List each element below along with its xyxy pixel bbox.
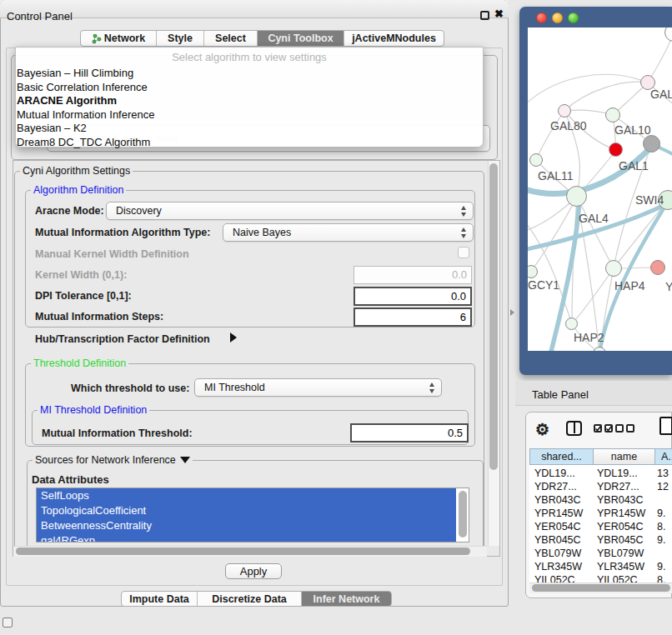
list-item-betweennesscentrality[interactable]: BetweennessCentrality xyxy=(37,518,456,533)
cell[interactable]: 13 xyxy=(657,468,669,479)
cell[interactable]: YIL052C xyxy=(534,574,575,582)
network-canvas[interactable]: GAL7 GAL80 GAL10 GAL1 GAL11 SWI4 GAL4 GC… xyxy=(528,28,672,351)
node-label-gal10: GAL10 xyxy=(614,123,651,137)
cell[interactable]: YDR27... xyxy=(597,481,639,492)
close-window-icon[interactable]: ✖ xyxy=(494,8,504,20)
node-label-hap4: HAP4 xyxy=(614,279,645,292)
list-item-topologicalcoefficient[interactable]: TopologicalCoefficient xyxy=(37,503,456,518)
table-hscrollbar-thumb[interactable] xyxy=(532,584,670,592)
node-hap2[interactable] xyxy=(565,318,578,330)
hub-definition-label: Hub/Transcription Factor Definition xyxy=(35,333,210,345)
dropdown-item-dream8[interactable]: Dream8 DC_TDC Algorithm xyxy=(17,136,150,148)
tab-infer-network[interactable]: Infer Network xyxy=(302,592,391,606)
tab-jactivemnodules[interactable]: jActiveMNodules xyxy=(344,31,444,46)
deselect-all-icon[interactable] xyxy=(615,424,634,432)
dropdown-item-bayesian-hill[interactable]: Bayesian – Hill Climbing xyxy=(17,67,133,79)
mi-type-combo[interactable]: Naive Bayes xyxy=(223,223,474,242)
tab-discretize-data[interactable]: Discretize Data xyxy=(198,592,302,606)
column-header-shared[interactable]: shared... xyxy=(529,448,594,465)
dropdown-placeholder: Select algorithm to view settings xyxy=(16,51,483,63)
kernel-width-field[interactable]: 0.0 xyxy=(354,266,472,284)
collapsed-panel-icon[interactable] xyxy=(3,618,13,628)
cell[interactable]: 8. xyxy=(657,521,665,532)
mac-zoom-icon[interactable] xyxy=(568,12,579,23)
cell[interactable]: YLR345W xyxy=(597,561,644,572)
cell[interactable]: 9. xyxy=(657,508,665,519)
node-label-gal7: GAL7 xyxy=(650,88,672,101)
cell[interactable]: 9. xyxy=(657,534,665,546)
mi-threshold-field[interactable]: 0.5 xyxy=(350,423,469,442)
data-attributes-list[interactable]: SelfLoops TopologicalCoefficient Between… xyxy=(36,488,469,542)
cell[interactable]: YBR043C xyxy=(534,494,581,506)
tab-style[interactable]: Style xyxy=(157,31,204,46)
cell[interactable]: YBR045C xyxy=(534,534,581,546)
cell[interactable]: YDL19... xyxy=(534,468,575,479)
dropdown-item-bayesian-k2[interactable]: Bayesian – K2 xyxy=(17,122,87,134)
mi-threshold-label: Mutual Information Threshold: xyxy=(42,428,193,439)
node-gal10[interactable] xyxy=(605,108,620,122)
tab-cyni-toolbox[interactable]: Cyni Toolbox xyxy=(258,31,344,46)
node-label-gal1: GAL1 xyxy=(619,159,649,172)
cell[interactable]: YER054C xyxy=(534,521,581,532)
cell[interactable]: 12 xyxy=(657,481,669,492)
column-header-name[interactable]: name xyxy=(594,448,655,465)
node-gal4[interactable] xyxy=(566,186,587,207)
cell[interactable]: 8. xyxy=(657,574,665,582)
mac-close-icon[interactable] xyxy=(536,12,547,23)
aracne-mode-combo[interactable]: Discovery xyxy=(106,202,474,220)
node-hap4[interactable] xyxy=(605,260,622,277)
mi-steps-label: Mutual Information Steps: xyxy=(35,311,163,322)
dropdown-item-basic-correlation[interactable]: Basic Correlation Inference xyxy=(17,81,148,93)
dropdown-item-mutual-information[interactable]: Mutual Information Inference xyxy=(17,108,154,121)
node-label-gal11: GAL11 xyxy=(538,169,574,182)
column-layout-icon[interactable] xyxy=(566,421,582,436)
manual-kernel-checkbox[interactable] xyxy=(458,247,469,258)
cell[interactable]: YPR145W xyxy=(534,508,583,519)
dropdown-item-aracne[interactable]: ARACNE Algorithm xyxy=(17,94,117,107)
cell[interactable]: 9. xyxy=(657,561,665,572)
collapse-arrow-icon[interactable] xyxy=(180,457,190,463)
cell[interactable]: YBR043C xyxy=(597,494,644,506)
settings-vscrollbar-thumb[interactable] xyxy=(489,163,498,470)
control-panel-title: Control Panel xyxy=(7,10,73,22)
table-panel-title: Table Panel xyxy=(532,388,589,401)
cell[interactable]: YBR045C xyxy=(597,534,644,546)
mac-minimize-icon[interactable] xyxy=(552,12,563,23)
splitter-collapse-icon[interactable] xyxy=(510,309,514,316)
column-header-a[interactable]: A... xyxy=(655,448,672,465)
apply-button[interactable]: Apply xyxy=(225,563,282,579)
node-gal11[interactable] xyxy=(529,153,543,167)
dpi-tolerance-field[interactable]: 0.0 xyxy=(354,287,472,306)
kernel-width-label: Kernel Width (0,1): xyxy=(35,269,127,281)
settings-hscrollbar-thumb[interactable] xyxy=(16,548,470,555)
node-gal80[interactable] xyxy=(558,104,571,118)
list-item-gal4rgexp[interactable]: gal4RGexp xyxy=(37,533,456,542)
cell[interactable]: YDR27... xyxy=(534,481,577,492)
table-settings-gear-icon[interactable]: ⚙ xyxy=(535,420,549,439)
select-all-icon[interactable] xyxy=(594,424,613,432)
list-vscrollbar-thumb[interactable] xyxy=(459,491,467,538)
expand-arrow-icon[interactable] xyxy=(230,332,237,342)
float-window-icon[interactable] xyxy=(480,11,489,20)
tab-select[interactable]: Select xyxy=(204,31,258,46)
tab-impute-data[interactable]: Impute Data xyxy=(122,592,198,606)
list-item-selfloops[interactable]: SelfLoops xyxy=(37,488,456,503)
cell[interactable]: YPR145W xyxy=(597,508,645,519)
cell[interactable]: YBL079W xyxy=(597,548,644,559)
bottom-tabs: Impute Data Discretize Data Infer Networ… xyxy=(121,591,392,607)
document-icon[interactable] xyxy=(659,417,672,435)
mi-steps-field[interactable]: 6 xyxy=(354,308,472,327)
node-salmon[interactable] xyxy=(650,260,665,275)
which-threshold-combo[interactable]: MI Threshold xyxy=(194,378,442,397)
cell[interactable]: YER054C xyxy=(597,521,644,532)
cell[interactable]: YLR345W xyxy=(534,561,582,572)
node-gal1-selected[interactable] xyxy=(609,142,623,157)
tab-network[interactable]: Network xyxy=(81,31,157,46)
control-panel-titlebar[interactable] xyxy=(0,0,509,18)
cell[interactable]: YDL19... xyxy=(597,468,638,479)
tab-network-label: Network xyxy=(104,32,145,44)
node-gray[interactable] xyxy=(643,135,660,152)
network-icon xyxy=(92,34,101,43)
cell[interactable]: YIL052C xyxy=(597,574,638,582)
cell[interactable]: YBL079W xyxy=(534,548,581,559)
